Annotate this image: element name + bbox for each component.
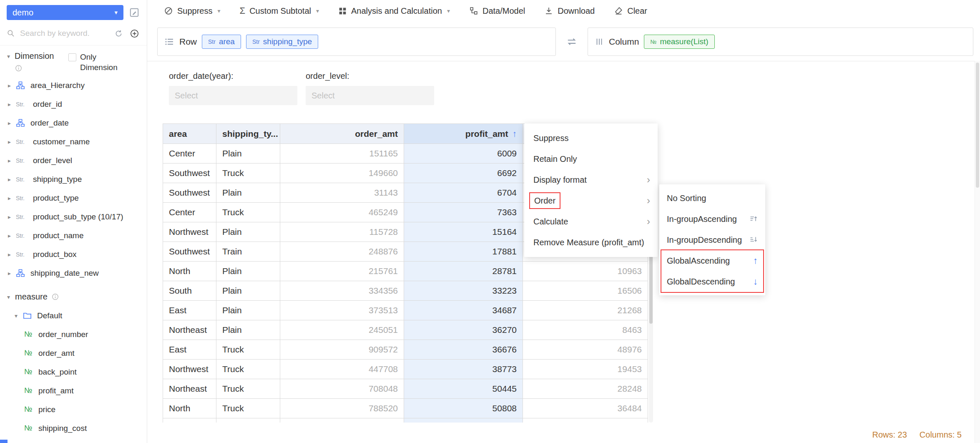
row-shelf[interactable]: Row Str area Str shipping_type xyxy=(157,28,556,56)
table-cell[interactable]: 7363 xyxy=(404,203,523,222)
submenu-item-in-group-descending[interactable]: In-groupDescending xyxy=(659,229,765,250)
table-cell[interactable]: North xyxy=(163,262,216,281)
sidebar-item-order-id[interactable]: ▸ Str. order_id xyxy=(0,95,147,113)
table-cell[interactable]: 17881 xyxy=(404,242,523,262)
sidebar-item-customer-name[interactable]: ▸ Str. customer_name xyxy=(0,132,147,151)
table-cell[interactable]: 788520 xyxy=(280,399,404,418)
row-pill-area[interactable]: Str area xyxy=(202,35,241,49)
table-cell[interactable]: Southwest xyxy=(163,183,216,203)
sidebar-item-order-level[interactable]: ▸ Str. order_level xyxy=(0,151,147,170)
table-cell[interactable]: Truck xyxy=(216,164,280,183)
submenu-item-in-group-ascending[interactable]: In-groupAscending xyxy=(659,209,765,229)
suppress-button[interactable]: Suppress ▾ xyxy=(164,6,221,16)
table-cell[interactable]: 48976 xyxy=(523,340,648,360)
add-field-icon[interactable] xyxy=(128,28,140,39)
sidebar-item-back-point[interactable]: № back_point xyxy=(0,362,147,381)
sidebar-item-order-number[interactable]: № order_number xyxy=(0,325,147,344)
table-cell[interactable]: Truck xyxy=(216,360,280,379)
expander-icon[interactable]: ▸ xyxy=(7,251,12,258)
sidebar-item-shipping-type[interactable]: ▸ Str. shipping_type xyxy=(0,170,147,189)
expander-icon[interactable]: ▸ xyxy=(7,232,12,239)
table-cell[interactable]: 215761 xyxy=(280,262,404,281)
dimension-info-icon[interactable] xyxy=(15,64,68,72)
menu-item-calculate[interactable]: Calculate › xyxy=(524,211,658,232)
page-scrollbar[interactable] xyxy=(975,61,980,443)
dataset-dropdown-button[interactable]: demo ▾ xyxy=(7,5,123,20)
expander-icon[interactable]: ▸ xyxy=(7,214,12,220)
sidebar-item-price[interactable]: № price xyxy=(0,400,147,419)
table-cell[interactable]: Northeast xyxy=(163,320,216,340)
table-cell[interactable]: 245051 xyxy=(280,320,404,340)
table-cell[interactable]: 6692 xyxy=(404,164,523,183)
table-cell[interactable] xyxy=(404,418,523,423)
analysis-calculation-button[interactable]: Analysis and Calculation ▾ xyxy=(338,6,450,16)
table-cell[interactable]: 28248 xyxy=(523,379,648,399)
table-cell[interactable]: East xyxy=(163,340,216,360)
column-header-area[interactable]: area xyxy=(163,124,216,144)
submenu-item-global-descending[interactable]: GlobalDescending ↓ xyxy=(659,271,765,292)
table-cell[interactable]: Train xyxy=(216,418,280,423)
collapse-icon[interactable]: ▾ xyxy=(6,294,11,300)
column-header-order-amt[interactable]: order_amt xyxy=(280,124,404,144)
collapse-icon[interactable]: ▾ xyxy=(6,53,11,60)
table-cell[interactable]: 15164 xyxy=(404,222,523,242)
table-cell[interactable]: 33223 xyxy=(404,281,523,301)
submenu-item-global-ascending[interactable]: GlobalAscending ↑ xyxy=(659,250,765,271)
table-cell[interactable]: 50808 xyxy=(404,399,523,418)
table-cell[interactable] xyxy=(523,418,648,423)
table-cell[interactable]: Northwest xyxy=(163,360,216,379)
sidebar-item-product-type[interactable]: ▸ Str. product_type xyxy=(0,189,147,207)
only-dimension-checkbox[interactable] xyxy=(68,53,76,61)
table-cell[interactable]: 6704 xyxy=(404,183,523,203)
sidebar-item-product-name[interactable]: ▸ Str. product_name xyxy=(0,226,147,245)
table-cell[interactable]: 8463 xyxy=(523,320,648,340)
table-cell[interactable]: 36270 xyxy=(404,320,523,340)
sidebar-item-shipping-cost[interactable]: № shipping_cost xyxy=(0,419,147,438)
filter-select[interactable]: Select xyxy=(169,86,297,105)
table-cell[interactable]: 149660 xyxy=(280,164,404,183)
table-cell[interactable]: Plain xyxy=(216,262,280,281)
table-cell[interactable]: 31143 xyxy=(280,183,404,203)
table-cell[interactable]: Plain xyxy=(216,281,280,301)
table-cell[interactable]: 16506 xyxy=(523,281,648,301)
column-header-profit-amt[interactable]: profit_amt↑ xyxy=(404,124,523,144)
expander-icon[interactable]: ▸ xyxy=(7,195,12,201)
table-cell[interactable]: 34687 xyxy=(404,301,523,320)
sidebar-item-shipping-date-new[interactable]: ▸ shipping_date_new xyxy=(0,264,147,282)
table-cell[interactable]: Northeast xyxy=(163,418,216,423)
table-cell[interactable]: Center xyxy=(163,144,216,164)
table-cell[interactable]: Train xyxy=(216,242,280,262)
row-pill-shipping-type[interactable]: Str shipping_type xyxy=(246,35,318,49)
table-cell[interactable]: Center xyxy=(163,203,216,222)
column-pill-measure-list[interactable]: № measure(List) xyxy=(644,35,714,49)
table-cell[interactable]: Truck xyxy=(216,379,280,399)
page-scrollbar-thumb[interactable] xyxy=(976,63,979,188)
search-input[interactable] xyxy=(19,28,108,38)
table-cell[interactable]: 21268 xyxy=(523,301,648,320)
table-cell[interactable]: 373513 xyxy=(280,301,404,320)
menu-item-remove-measure[interactable]: Remove Measure (profit_amt) xyxy=(524,232,658,253)
column-header-shipping-type[interactable]: shipping_ty... xyxy=(216,124,280,144)
sidebar-item-order-date[interactable]: ▸ order_date xyxy=(0,113,147,132)
table-cell[interactable]: 36484 xyxy=(523,399,648,418)
table-cell[interactable]: East xyxy=(163,301,216,320)
clear-button[interactable]: Clear xyxy=(614,6,647,16)
column-shelf[interactable]: Column № measure(List) xyxy=(588,28,973,56)
download-button[interactable]: Download xyxy=(544,6,595,16)
table-cell[interactable]: 36676 xyxy=(404,340,523,360)
table-cell[interactable]: South xyxy=(163,281,216,301)
menu-item-suppress[interactable]: Suppress xyxy=(524,128,658,149)
measure-info-icon[interactable] xyxy=(51,293,59,301)
table-cell[interactable]: Plain xyxy=(216,320,280,340)
expander-icon[interactable]: ▸ xyxy=(7,82,12,89)
edit-dataset-button[interactable] xyxy=(128,7,140,18)
table-cell[interactable]: Plain xyxy=(216,222,280,242)
menu-item-display-format[interactable]: Display format › xyxy=(524,169,658,190)
sidebar-item-profit-amt[interactable]: № profit_amt xyxy=(0,381,147,400)
table-cell[interactable]: 10963 xyxy=(523,262,648,281)
table-cell[interactable]: 38773 xyxy=(404,360,523,379)
sidebar-item-order-amt[interactable]: № order_amt xyxy=(0,344,147,362)
table-cell[interactable] xyxy=(280,418,404,423)
sort-ascending-icon[interactable]: ↑ xyxy=(513,129,517,138)
table-cell[interactable]: 6009 xyxy=(404,144,523,164)
